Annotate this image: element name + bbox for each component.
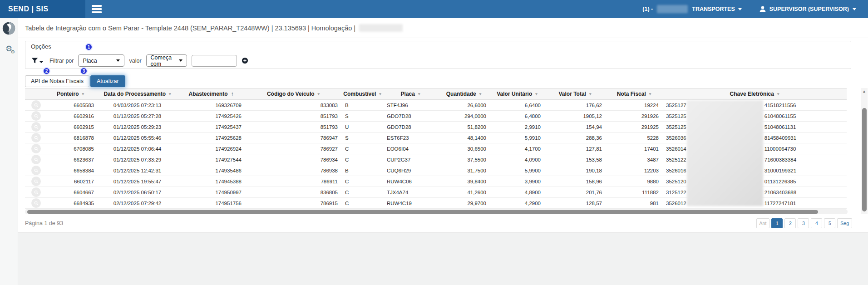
magnifier-icon [34,124,39,130]
column-header[interactable]: Ponteiro ▾ [43,88,98,100]
chave-suffix: 51048061131 [764,124,796,130]
redacted-title-segment [359,24,403,32]
filter-caret-icon[interactable]: ▾ [169,92,171,96]
pager-page-button[interactable]: 3 [798,218,809,228]
column-header[interactable]: Nota Fiscal ▾ [606,88,662,100]
filter-field-select[interactable]: Placa [78,54,124,67]
chave-prefix: 3125122 [666,190,686,195]
row-detail-magnifier-button[interactable] [31,111,41,121]
cell-placa: GDO7D28 [383,111,438,122]
row-detail-magnifier-button[interactable] [31,122,41,132]
cell-abastecimento: 174925628 [177,133,245,143]
cell-placa: EOO6I04 [383,143,438,154]
table-header-row: Ponteiro ▾ Data do Processamento ▾ Abast… [25,88,847,100]
row-detail-magnifier-button[interactable] [31,177,41,186]
cell-codigo-veiculo: 786927 [245,143,341,154]
vertical-scrollbar-thumb[interactable] [862,108,867,211]
cell-quantidade: 51,8200 [438,122,490,133]
column-header[interactable]: Placa ▾ [383,88,438,100]
row-detail-magnifier-button[interactable] [31,155,41,164]
filter-caret-icon[interactable]: ▾ [318,92,320,96]
magnifier-icon [34,168,39,173]
api-notas-fiscais-button[interactable]: API de Notas Fiscais [25,75,89,87]
magnifier-icon [34,135,39,141]
filter-caret-icon[interactable]: ▾ [649,92,651,96]
row-detail-magnifier-button[interactable] [31,198,41,208]
cell-codigo-veiculo: 851793 [245,111,341,122]
filter-caret-icon[interactable]: ▾ [535,92,538,96]
add-filter-button[interactable] [242,57,248,64]
redacted-company-name [657,5,688,13]
cell-quantidade: 41,2600 [438,187,490,198]
cell-data-processamento: 01/12/2025 05:55:46 [98,133,177,143]
column-header-label: Chave Eletrônica [730,91,774,97]
horizontal-scrollbar[interactable] [25,209,848,214]
filter-caret-icon[interactable]: ▾ [82,92,84,96]
filter-menu-button[interactable] [31,57,43,64]
user-dropdown[interactable]: SUPERVISOR (SUPERVISOR) [759,5,856,13]
settings-gears-icon[interactable]: ⚙⚙ [5,45,12,53]
pager-page-button[interactable]: 4 [811,218,822,228]
column-header[interactable]: Quantidade ▾ [438,88,490,100]
cell-ponteiro: 6684935 [43,198,98,209]
cell-data-processamento: 01/12/2025 12:42:31 [98,165,177,176]
row-detail-magnifier-button[interactable] [31,166,41,175]
pager-page-button[interactable]: 2 [784,218,796,228]
filter-caret-icon[interactable]: ▾ [479,92,482,96]
column-header[interactable]: Valor Total ▾ [544,88,606,100]
filter-caret-icon[interactable]: ▾ [589,92,592,96]
filter-caret-icon[interactable]: ▾ [379,92,381,96]
cell-combustivel: C [341,143,383,154]
pager-page-button[interactable]: 1 [771,218,783,228]
cell-valor-total: 154,94 [544,122,606,133]
filter-caret-icon[interactable]: ▾ [777,92,779,96]
cell-nota-fiscal: 291925 [606,122,662,133]
refresh-button[interactable]: Atualizar [90,75,125,87]
topbar: SEND | SIS (1) - TRANSPORTES SUPERVISOR … [0,0,868,18]
cell-abastecimento: 174950997 [177,187,245,198]
redacted-chave-block [687,100,763,206]
cell-abastecimento: 174925437 [177,122,245,133]
actions-row: API de Notas Fiscais Atualizar [25,75,125,87]
column-header[interactable]: Valor Unitário ▾ [490,88,544,100]
cell-abastecimento: 174926924 [177,143,245,154]
column-header[interactable]: Código do Veículo ▾ [245,88,341,100]
row-detail-magnifier-button[interactable] [31,187,41,197]
filter-caret-icon[interactable]: ▾ [418,92,420,96]
operator-select[interactable]: Começa com [146,54,187,67]
cell-nota-fiscal: 981 [606,198,662,209]
cell-ponteiro: 6623637 [43,154,98,165]
cell-abastecimento: 174951756 [177,198,245,209]
sort-asc-icon[interactable]: ↑ [231,91,234,97]
cell-valor-total: 288,36 [544,133,606,143]
cell-combustivel: B [341,165,383,176]
company-dropdown[interactable]: TRANSPORTES [692,6,741,12]
filter-value-input[interactable] [192,55,237,67]
cell-valor-total: 176,62 [544,100,606,111]
chevron-down-icon [39,61,43,63]
cell-data-processamento: 01/12/2025 19:55:47 [98,176,177,187]
column-header[interactable]: Chave Eletrônica ▾ [662,88,847,100]
column-header[interactable]: Combustível ▾ [341,88,383,100]
column-header-label: Placa [401,91,415,97]
vertical-scrollbar[interactable]: ▲ [861,88,868,214]
hamburger-menu-icon[interactable] [92,4,102,15]
row-detail-magnifier-button[interactable] [31,100,41,110]
cell-combustivel: C [341,176,383,187]
magnifier-icon [34,113,39,119]
column-header[interactable]: Abastecimento ↑ [177,88,245,100]
pager-prev-button[interactable]: Ant [756,218,770,228]
cell-placa: GDO7D28 [383,122,438,133]
horizontal-scrollbar-thumb[interactable] [27,210,818,214]
row-detail-magnifier-button[interactable] [31,144,41,153]
row-detail-magnifier-button[interactable] [31,133,41,142]
pager-page-button[interactable]: 5 [824,218,835,228]
column-header[interactable]: Data do Processamento ▾ [98,88,177,100]
pager-next-button[interactable]: Seg [837,218,852,228]
cell-valor-unitario: 2,9910 [490,122,544,133]
scroll-up-arrow-icon[interactable]: ▲ [861,88,868,94]
cell-nota-fiscal: 9880 [606,176,662,187]
column-header-label: Quantidade [446,91,476,97]
column-header-label: Abastecimento [188,91,227,97]
cell-ponteiro: 6816878 [43,133,98,143]
